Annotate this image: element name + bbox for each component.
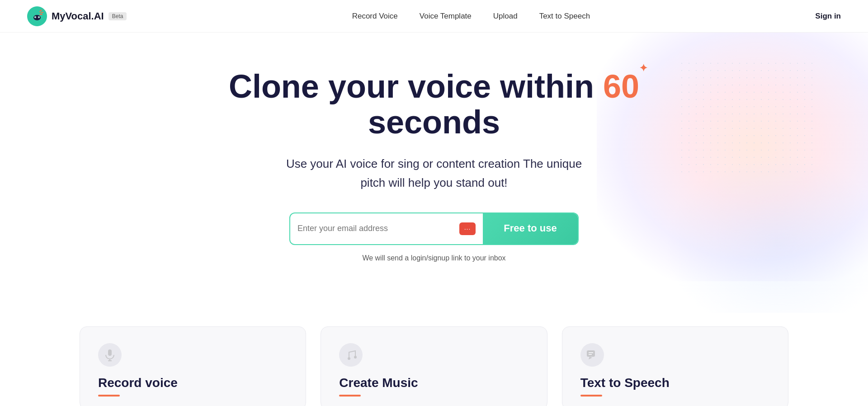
hero-subtitle: Use your AI voice for sing or content cr… [280, 155, 588, 192]
feature-underline-record-voice [98, 395, 120, 397]
svg-point-9 [348, 357, 350, 360]
email-input-wrapper [290, 222, 483, 235]
nav-voice-template[interactable]: Voice Template [420, 12, 472, 21]
svg-point-5 [38, 17, 39, 18]
logo-icon [27, 6, 47, 26]
music-icon [344, 349, 357, 361]
feature-card-record-voice: Record voice [80, 326, 306, 406]
feature-icon-text-to-speech [580, 343, 604, 367]
beta-badge: Beta [108, 12, 127, 20]
mic-icon [104, 349, 116, 361]
hero-title-prefix: Clone your voice within [229, 68, 603, 104]
feature-underline-create-music [339, 395, 361, 397]
header: MyVocal.AI Beta Record Voice Voice Templ… [0, 0, 868, 33]
feature-title-create-music: Create Music [339, 376, 528, 390]
svg-rect-11 [587, 350, 595, 357]
main-nav: Record Voice Voice Template Upload Text … [352, 12, 590, 21]
hero-title-number: 60 ✦ [603, 68, 639, 104]
email-icon [459, 222, 476, 235]
signin-button[interactable]: Sign in [815, 12, 841, 21]
feature-icon-record-voice [98, 343, 122, 367]
sparkle-icon: ✦ [639, 63, 647, 74]
nav-upload[interactable]: Upload [493, 12, 518, 21]
hero-title: Clone your voice within 60 ✦ seconds [185, 69, 683, 140]
speech-icon [586, 349, 599, 361]
nav-text-to-speech[interactable]: Text to Speech [539, 12, 590, 21]
features-row: Record voice Create Music Text to Speech [0, 326, 868, 406]
dots-pattern [678, 60, 814, 173]
feature-card-text-to-speech: Text to Speech [562, 326, 788, 406]
feature-title-text-to-speech: Text to Speech [580, 376, 770, 390]
nav-record-voice[interactable]: Record Voice [352, 12, 398, 21]
form-note: We will send a login/signup link to your… [362, 254, 505, 262]
logo-area: MyVocal.AI Beta [27, 6, 127, 26]
feature-underline-text-to-speech [580, 395, 602, 397]
hero-section: Clone your voice within 60 ✦ seconds Use… [0, 33, 868, 313]
svg-point-4 [35, 17, 36, 18]
feature-title-record-voice: Record voice [98, 376, 288, 390]
svg-point-10 [354, 356, 357, 359]
cta-button[interactable]: Free to use [483, 212, 578, 245]
feature-icon-create-music [339, 343, 363, 367]
logo-text: MyVocal.AI [52, 10, 104, 22]
feature-card-create-music: Create Music [321, 326, 547, 406]
svg-rect-6 [108, 349, 112, 356]
email-input[interactable] [297, 224, 454, 233]
hero-title-suffix: seconds [368, 104, 500, 140]
email-form: Free to use [289, 212, 579, 245]
